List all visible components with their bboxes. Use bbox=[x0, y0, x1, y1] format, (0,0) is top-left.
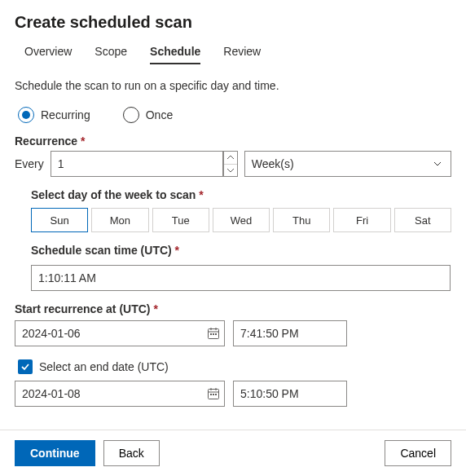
scan-time-label: Schedule scan time (UTC) * bbox=[31, 244, 451, 257]
calendar-icon[interactable] bbox=[207, 327, 220, 340]
recurrence-unit-select[interactable]: Week(s) bbox=[244, 151, 451, 177]
day-mon[interactable]: Mon bbox=[91, 208, 148, 232]
continue-button[interactable]: Continue bbox=[15, 440, 95, 466]
every-label: Every bbox=[15, 157, 44, 170]
tab-overview[interactable]: Overview bbox=[24, 45, 72, 64]
every-value-input[interactable] bbox=[51, 151, 223, 177]
end-time-input[interactable] bbox=[233, 381, 347, 407]
tab-schedule[interactable]: Schedule bbox=[150, 45, 200, 64]
radio-unselected-icon bbox=[123, 107, 139, 123]
day-sun[interactable]: Sun bbox=[31, 208, 88, 232]
spin-up-button[interactable] bbox=[224, 152, 237, 164]
start-date-input[interactable] bbox=[15, 320, 225, 346]
radio-once[interactable]: Once bbox=[123, 107, 173, 123]
recurrence-unit-value: Week(s) bbox=[252, 157, 294, 170]
spin-down-button[interactable] bbox=[224, 164, 237, 177]
description-text: Schedule the scan to run on a specific d… bbox=[15, 79, 451, 92]
chevron-up-icon bbox=[227, 156, 234, 160]
required-marker: * bbox=[172, 244, 179, 257]
day-sat[interactable]: Sat bbox=[394, 208, 451, 232]
end-date-checkbox[interactable]: Select an end date (UTC) bbox=[15, 359, 451, 374]
end-date-checkbox-label: Select an end date (UTC) bbox=[39, 360, 169, 373]
radio-selected-icon bbox=[18, 107, 34, 123]
chevron-down-icon bbox=[433, 159, 442, 169]
cancel-button[interactable]: Cancel bbox=[385, 440, 451, 466]
page-title: Create scheduled scan bbox=[15, 13, 451, 32]
required-marker: * bbox=[196, 188, 203, 201]
back-button[interactable]: Back bbox=[103, 440, 160, 466]
tab-scope[interactable]: Scope bbox=[95, 45, 127, 64]
svg-rect-11 bbox=[210, 394, 212, 395]
radio-once-label: Once bbox=[146, 108, 173, 121]
day-fri[interactable]: Fri bbox=[333, 208, 390, 232]
day-wed[interactable]: Wed bbox=[213, 208, 270, 232]
svg-rect-6 bbox=[215, 333, 217, 335]
recurrence-label: Recurrence * bbox=[15, 134, 451, 148]
footer-actions: Continue Back Cancel bbox=[0, 430, 466, 476]
svg-rect-4 bbox=[210, 333, 212, 335]
radio-recurring[interactable]: Recurring bbox=[18, 107, 90, 123]
required-marker: * bbox=[77, 134, 85, 148]
svg-rect-12 bbox=[213, 394, 214, 395]
wizard-tabs: Overview Scope Schedule Review bbox=[15, 45, 451, 64]
start-time-input[interactable] bbox=[233, 320, 347, 346]
radio-recurring-label: Recurring bbox=[41, 108, 90, 121]
scan-time-input[interactable] bbox=[31, 265, 451, 291]
tab-review[interactable]: Review bbox=[223, 45, 261, 64]
svg-rect-5 bbox=[213, 333, 214, 335]
day-select-label: Select day of the week to scan * bbox=[31, 188, 451, 201]
calendar-icon[interactable] bbox=[207, 387, 220, 400]
svg-rect-13 bbox=[215, 394, 217, 395]
day-thu[interactable]: Thu bbox=[273, 208, 330, 232]
day-tue[interactable]: Tue bbox=[152, 208, 209, 232]
start-recurrence-label: Start recurrence at (UTC) * bbox=[15, 302, 451, 315]
checkbox-checked-icon bbox=[18, 359, 33, 374]
chevron-down-icon bbox=[227, 168, 234, 172]
end-date-input[interactable] bbox=[15, 381, 225, 407]
required-marker: * bbox=[151, 302, 158, 315]
